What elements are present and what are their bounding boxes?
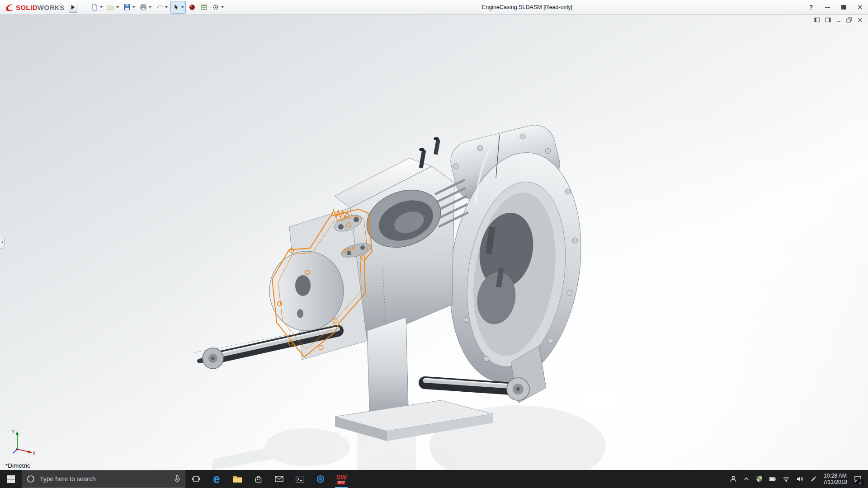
solidworks-menu[interactable]: SOLIDWORKS — [0, 2, 66, 12]
pane-right-icon — [825, 17, 831, 23]
console-button[interactable] — [289, 470, 310, 488]
store-bag-icon — [255, 475, 262, 483]
doc-restore-button[interactable] — [846, 17, 852, 23]
chevron-down-icon — [221, 6, 224, 8]
battery-icon — [769, 475, 776, 483]
mail-button[interactable] — [269, 470, 289, 488]
store-button[interactable] — [248, 470, 269, 488]
window-controls: ? — [803, 0, 868, 14]
taskbar-clock[interactable]: 10:28 AM 7/13/2018 — [820, 473, 851, 486]
maximize-icon — [841, 5, 846, 9]
pen-icon — [810, 476, 816, 483]
design-table-icon — [200, 4, 208, 11]
close-icon — [857, 17, 863, 23]
options-button[interactable] — [210, 1, 226, 14]
close-icon — [857, 5, 863, 10]
chevron-down-icon — [116, 6, 119, 8]
chevron-down-icon — [165, 6, 168, 8]
solidworks-icon: SW 2017 — [336, 474, 346, 485]
microphone-icon[interactable] — [174, 475, 180, 483]
cortana-icon — [27, 475, 35, 483]
solidworks-window: SOLIDWORKS — [0, 0, 868, 488]
new-document-button[interactable] — [89, 1, 104, 14]
pane-left-icon — [814, 17, 820, 23]
appearance-button[interactable] — [187, 1, 198, 14]
action-center-button[interactable]: 2 — [851, 470, 865, 488]
view-orientation-label: *Dimetric — [5, 462, 30, 469]
featuremanager-flyout-tab[interactable] — [0, 236, 5, 249]
ds-logo-icon — [5, 2, 14, 12]
file-explorer-icon — [233, 475, 242, 483]
save-icon — [123, 4, 131, 11]
chevron-down-icon — [100, 6, 103, 8]
show-hidden-icons-button[interactable] — [740, 470, 753, 488]
search-input[interactable] — [39, 475, 170, 483]
select-cursor-icon — [172, 4, 179, 11]
titlebar: SOLIDWORKS — [0, 0, 868, 15]
undo-button[interactable] — [154, 1, 170, 14]
pen-button[interactable] — [807, 470, 820, 488]
console-icon — [296, 476, 304, 483]
appearance-sphere-icon — [189, 4, 196, 11]
graphics-viewport[interactable]: Y X *Dimetric — [0, 14, 868, 470]
restore-icon — [846, 17, 852, 23]
clock-date: 7/13/2018 — [823, 479, 847, 485]
notification-badge: 2 — [856, 479, 864, 486]
arrow-left-icon — [1, 241, 3, 244]
dowel-pins — [419, 137, 440, 169]
wifi-icon — [783, 476, 790, 483]
brand-wordmark: SOLIDWORKS — [16, 4, 64, 11]
open-button[interactable] — [105, 1, 121, 14]
options-gear-icon — [212, 4, 219, 11]
clock-time: 10:28 AM — [823, 473, 847, 479]
file-explorer-button[interactable] — [227, 470, 248, 488]
show-desktop-button[interactable] — [865, 470, 868, 488]
task-view-button[interactable] — [185, 470, 206, 488]
print-icon — [140, 4, 147, 11]
menu-bar-toolbar — [89, 1, 226, 14]
minimize-button[interactable] — [819, 0, 835, 14]
save-button[interactable] — [122, 1, 137, 14]
pane-right-button[interactable] — [825, 17, 831, 23]
hexagon-app-button[interactable] — [310, 470, 331, 488]
edge-icon: e — [213, 473, 220, 485]
clutch-cover-part[interactable] — [436, 121, 595, 403]
pane-left-button[interactable] — [814, 17, 820, 23]
people-icon — [730, 475, 737, 483]
x-axis-label: X — [33, 451, 36, 455]
volume-button[interactable] — [793, 470, 807, 488]
people-button[interactable] — [726, 470, 740, 488]
edge-button[interactable]: e — [206, 470, 227, 488]
menu-flyout-button[interactable] — [69, 2, 77, 13]
maximize-button[interactable] — [835, 0, 852, 14]
document-title: EngineCasing.SLDASM [Read-only] — [482, 0, 572, 14]
close-button[interactable] — [852, 0, 868, 14]
solidworks-taskbar-button[interactable]: SW 2017 — [331, 470, 352, 488]
engine-casing-model[interactable] — [0, 14, 868, 470]
network-button[interactable] — [779, 470, 793, 488]
select-tool-button[interactable] — [170, 1, 186, 14]
shaft-right-part[interactable] — [425, 378, 529, 400]
security-button[interactable] — [753, 470, 766, 488]
undo-icon — [156, 4, 163, 11]
battery-button[interactable] — [766, 470, 779, 488]
help-button[interactable]: ? — [803, 0, 819, 14]
doc-close-button[interactable] — [857, 17, 863, 23]
defender-shield-icon — [756, 475, 763, 483]
chevron-up-icon — [743, 476, 750, 482]
arrow-right-icon — [71, 5, 75, 9]
minimize-icon — [825, 7, 830, 8]
taskbar-search-box[interactable] — [22, 470, 185, 488]
chevron-down-icon — [132, 6, 135, 8]
orientation-triad[interactable]: Y X — [11, 427, 37, 455]
minimize-icon — [836, 17, 841, 23]
system-tray: 10:28 AM 7/13/2018 2 — [726, 470, 868, 488]
hexagon-app-icon — [316, 475, 325, 483]
print-button[interactable] — [138, 1, 153, 14]
start-button[interactable] — [0, 470, 22, 488]
mail-envelope-icon — [275, 476, 283, 482]
windows-logo-icon — [7, 475, 15, 483]
task-view-icon — [192, 475, 200, 483]
doc-minimize-button[interactable] — [836, 17, 841, 23]
design-table-button[interactable] — [198, 1, 209, 14]
